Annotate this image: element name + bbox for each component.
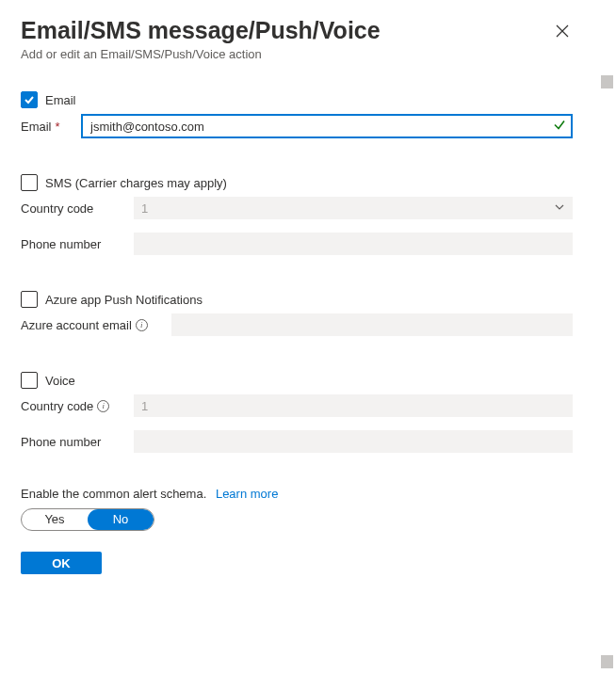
sms-phone-input[interactable] [134,233,573,255]
sms-country-select[interactable]: 1 [134,197,573,219]
push-checkbox-label: Azure app Push Notifications [45,293,203,307]
sms-phone-row: Phone number [21,233,573,255]
scroll-arrow-up[interactable] [601,75,613,88]
email-checkbox-row: Email [21,91,573,108]
push-section: Azure app Push Notifications Azure accou… [21,291,573,336]
push-account-label: Azure account email i [21,318,171,332]
email-input[interactable] [81,114,573,138]
push-account-label-text: Azure account email [21,318,132,332]
alert-schema-row: Enable the common alert schema. Learn mo… [21,487,573,501]
learn-more-link[interactable]: Learn more [216,487,278,501]
chevron-down-icon [554,201,565,216]
voice-phone-label: Phone number [21,435,134,449]
title-block: Email/SMS message/Push/Voice Add or edit… [21,17,381,61]
voice-checkbox-label: Voice [45,374,75,388]
info-icon[interactable]: i [136,319,148,331]
page-subtitle: Add or edit an Email/SMS/Push/Voice acti… [21,47,381,61]
voice-phone-input[interactable] [134,430,573,453]
sms-section: SMS (Carrier charges may apply) Country … [21,174,573,255]
voice-country-input[interactable]: 1 [134,394,573,417]
voice-section: Voice Country code i 1 Phone number [21,372,573,453]
panel-body: Email/SMS message/Push/Voice Add or edit… [0,0,593,574]
sms-country-value: 1 [141,201,148,216]
push-checkbox-row: Azure app Push Notifications [21,291,573,308]
voice-country-row: Country code i 1 [21,394,573,417]
sms-phone-label: Phone number [21,237,134,251]
push-checkbox[interactable] [21,291,38,308]
scroll-arrow-down[interactable] [601,655,613,668]
push-account-row: Azure account email i [21,313,573,336]
email-field-row: Email * [21,114,573,138]
sms-checkbox-row: SMS (Carrier charges may apply) [21,174,573,191]
toggle-no[interactable]: No [88,509,154,530]
close-icon [556,24,569,38]
voice-country-label: Country code i [21,399,134,413]
check-icon [553,119,566,135]
ok-button[interactable]: OK [21,552,102,574]
email-input-wrap [81,114,573,138]
panel-header: Email/SMS message/Push/Voice Add or edit… [21,17,573,61]
voice-phone-row: Phone number [21,430,573,453]
email-checkbox-label: Email [45,93,76,107]
alert-schema-text: Enable the common alert schema. [21,487,206,501]
email-field-label: Email * [21,120,81,134]
required-indicator: * [56,120,60,134]
page-title: Email/SMS message/Push/Voice [21,17,381,44]
email-checkbox[interactable] [21,91,38,108]
voice-checkbox-row: Voice [21,372,573,389]
sms-country-label: Country code [21,201,134,216]
sms-checkbox[interactable] [21,174,38,191]
info-icon[interactable]: i [97,400,109,412]
sms-checkbox-label: SMS (Carrier charges may apply) [45,176,227,190]
voice-country-label-text: Country code [21,399,93,413]
scrollbar[interactable] [601,75,613,668]
voice-checkbox[interactable] [21,372,38,389]
toggle-yes[interactable]: Yes [22,509,88,530]
email-section: Email Email * [21,91,573,138]
sms-country-row: Country code 1 [21,197,573,219]
close-button[interactable] [552,21,573,41]
email-field-label-text: Email [21,120,52,134]
push-account-input[interactable] [171,313,573,336]
alert-schema-toggle[interactable]: Yes No [21,508,154,531]
